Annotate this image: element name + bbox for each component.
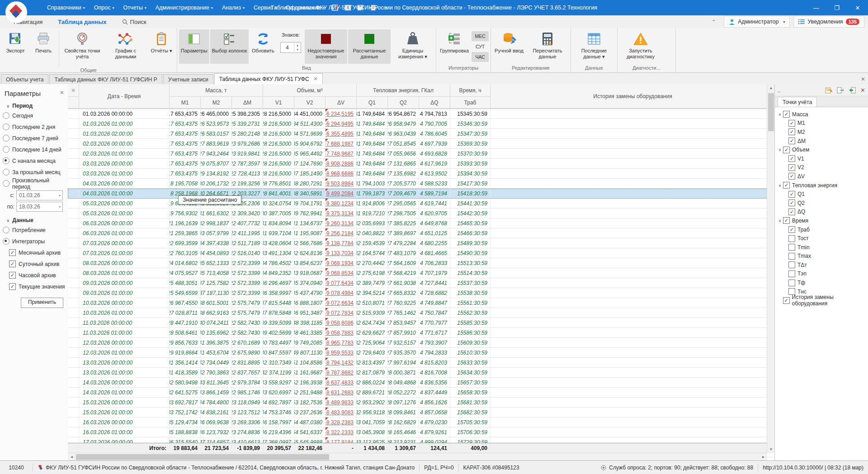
column-header-V1[interactable]: V1 <box>263 97 294 109</box>
excel-export-icon[interactable]: X <box>344 4 352 11</box>
table-row[interactable]: 15.03.2026 01:00:00533 752,1742544 838,2… <box>68 408 775 417</box>
tree-item-Q2[interactable]: ✓Q2 <box>777 199 868 208</box>
table-row[interactable]: 06.03.2026 01:00:00521 259,3865533 057,9… <box>68 228 775 238</box>
parameters-button[interactable]: Параметры <box>179 29 209 64</box>
menu-item-Администрирование[interactable]: Администрирование▾ <box>151 0 217 15</box>
column-header-Траб[interactable]: Траб <box>450 97 491 109</box>
scroll-down-icon[interactable]: ▼ <box>767 446 775 453</box>
table-row[interactable]: 10.03.2026 01:00:00527 028,8711538 662,9… <box>68 308 775 318</box>
more-options-button[interactable]: .. <box>778 87 781 94</box>
table-row[interactable]: 01.03.2026 02:00:00517 653,4375526 583,0… <box>68 129 775 139</box>
scroll-left-icon[interactable]: ◄ <box>68 453 75 461</box>
run-diagnostics-button[interactable]: Запустить диагностику <box>619 29 662 64</box>
column-group-header[interactable]: Объем, м³ <box>263 84 357 97</box>
radio-За прошлый месяц[interactable]: За прошлый месяц <box>3 166 68 178</box>
radio-Последние 2 дня[interactable]: Последние 2 дня <box>3 121 68 133</box>
table-row[interactable]: 09.03.2026 00:00:00525 488,3051537 125,7… <box>68 278 775 288</box>
doc-tab[interactable]: Объекты учета <box>1 74 48 84</box>
table-row[interactable]: 09.03.2026 01:00:00525 549,6599537 187,1… <box>68 288 775 298</box>
decoration-icon[interactable] <box>331 4 340 11</box>
checkbox-Текущие значения[interactable]: ✓Текущие значения <box>9 281 68 292</box>
units-button[interactable]: Единицы измерения ▾ <box>392 29 434 64</box>
tree-item-Тост[interactable]: Тост <box>777 234 868 243</box>
manual-input-button[interactable]: Ручной ввод <box>493 29 525 64</box>
table-row[interactable]: 01.03.2026 00:00:00517 653,4375526 465,0… <box>68 109 775 119</box>
column-header-ΔМ[interactable]: ΔМ <box>232 97 263 109</box>
parameters-close-icon[interactable]: ✕ <box>60 90 64 96</box>
menu-item-Сервис[interactable]: Сервис▾ <box>250 0 281 15</box>
table-row[interactable]: 10.03.2026 00:00:00526 967,4550538 601,5… <box>68 298 775 308</box>
table-row[interactable]: 03.03.2026 00:00:00517 653,4375529 075,8… <box>68 159 775 169</box>
doc-tab[interactable]: Таблица данных ФКУ ЛИУ-51 ГУФС✕ <box>214 73 323 84</box>
tabstrip-close-icon[interactable]: ✕ <box>861 76 865 82</box>
vertical-scrollbar[interactable]: ▲ ▼ <box>767 84 775 453</box>
table-row[interactable]: 13.03.2026 00:00:00531 356,1414542 734,0… <box>68 358 775 368</box>
table-row[interactable]: 05.03.2026 01:00:00519 756,9302531 661,6… <box>68 209 775 218</box>
table-row[interactable]: 03.03.2026 01:00:00517 653,4375529 134,8… <box>68 169 775 179</box>
table-row[interactable]: 08.03.2026 00:00:00524 014,6802535 652,1… <box>68 258 775 268</box>
doc-tab[interactable]: Учетные записи <box>163 74 213 84</box>
horizontal-scrollbar[interactable]: ◄ ► <box>68 453 767 461</box>
tree-item-Масса[interactable]: ∨✓Масса <box>777 110 868 119</box>
column-header-М1[interactable]: М1 <box>170 97 201 109</box>
edit-list-icon[interactable] <box>825 87 832 94</box>
refresh-button[interactable]: Обновить <box>250 29 277 64</box>
day-toggle[interactable]: СУТ <box>472 42 489 52</box>
radio-С начала месяца[interactable]: С начала месяца <box>3 155 68 166</box>
radio-Интеграторы[interactable]: Интеграторы <box>3 236 68 247</box>
chart-with-data-button[interactable]: График с данными <box>104 29 147 64</box>
doc-tab[interactable]: Таблица данных ФКУ ЛИУ-51 ГУФСИН Р <box>49 74 162 84</box>
checkbox-Суточный архив[interactable]: ✓Суточный архив <box>9 258 68 270</box>
table-row[interactable]: 14.03.2026 00:00:00532 580,9498543 811,3… <box>68 378 775 388</box>
vscroll-thumb[interactable] <box>768 93 774 131</box>
table-row[interactable]: 11.03.2026 01:00:00528 508,6461540 135,6… <box>68 328 775 338</box>
table-row[interactable]: 02.03.2026 00:00:00517 653,4375527 883,9… <box>68 139 775 149</box>
last-data-button[interactable]: Последние данные ▾ <box>573 29 615 64</box>
export-button[interactable]: Экспорт <box>2 29 29 64</box>
tree-item-Тепловая энергия[interactable]: ∨✓Тепловая энергия <box>777 181 868 190</box>
tree-item-Траб[interactable]: ✓Траб <box>777 225 868 234</box>
collapse-ribbon-icon[interactable]: ⌃ <box>707 19 720 25</box>
tree-item-ΔV[interactable]: ✓ΔV <box>777 172 868 181</box>
print-button[interactable]: Печать <box>30 29 57 64</box>
digits-spinner[interactable]: 4 ▲▼ <box>280 42 301 53</box>
checkbox-Часовой архив[interactable]: ✓Часовой архив <box>9 270 68 281</box>
tree-item-ТΔт[interactable]: ТΔт <box>777 261 868 270</box>
close-button[interactable]: ✕ <box>847 0 868 15</box>
radio-Произвольный период[interactable]: Произвольный период <box>3 178 68 189</box>
month-toggle[interactable]: МЕС <box>472 31 489 41</box>
column-header-М2[interactable]: М2 <box>201 97 232 109</box>
tree-item-Тmin[interactable]: Тmin <box>777 243 868 252</box>
data-section-header[interactable]: ∨Данные <box>6 217 68 223</box>
tree-item-V1[interactable]: ✓V1 <box>777 154 868 163</box>
grouping-button[interactable]: Группировка <box>438 29 471 64</box>
maximize-button[interactable]: ❐ <box>826 0 847 15</box>
tree-item-ΔМ[interactable]: ✓ΔМ <box>777 137 868 146</box>
hour-toggle[interactable]: ЧАС <box>472 52 489 62</box>
radio-Потребление[interactable]: Потребление <box>3 224 68 236</box>
tree-item-Тэп[interactable]: Тэп <box>777 270 868 279</box>
column-header-ΔV[interactable]: ΔV <box>326 97 357 109</box>
toolbar-more-icon[interactable]: ▾ <box>382 4 390 11</box>
table-row[interactable]: 02.03.2026 01:00:00517 653,4375527 943,2… <box>68 149 775 159</box>
ribbon-tab-Поиск[interactable]: Поиск <box>120 15 148 28</box>
table-row[interactable]: 04.03.2026 00:00:00518 195,7058530 206,1… <box>68 179 775 189</box>
unreliable-values-button[interactable]: Недостоверные значения <box>305 29 347 64</box>
user-menu-button[interactable]: Администратор▾ <box>724 16 790 28</box>
table-row[interactable]: 16.03.2026 00:00:00535 129,4734546 069,9… <box>68 417 775 427</box>
column-group-header[interactable]: Масса, т <box>170 84 263 97</box>
column-header-ΔQ[interactable]: ΔQ <box>419 97 450 109</box>
table-row[interactable]: 12.03.2026 01:00:00529 919,8664541 453,6… <box>68 348 775 358</box>
recalculate-button[interactable]: Пересчитать данные <box>526 29 569 64</box>
column-group-header[interactable]: Тепловая энергия, ГКал <box>357 84 450 97</box>
table-row[interactable]: 13.03.2026 01:00:00531 418,3589542 790,3… <box>68 368 775 378</box>
table-row[interactable]: 16.03.2026 01:00:00535 188,8838546 123,7… <box>68 427 775 437</box>
column-header-date[interactable]: Дата - Время <box>79 84 170 109</box>
point-properties-button[interactable]: Свойства точки учёта <box>61 29 104 64</box>
radio-Сегодня[interactable]: Сегодня <box>3 110 68 121</box>
date-to-combo[interactable]: 18.03.26▾ <box>16 202 63 212</box>
apply-button[interactable]: Применить <box>21 298 63 308</box>
menu-item-Опрос[interactable]: Опрос▾ <box>90 0 118 15</box>
period-section-header[interactable]: ∨Период <box>6 103 68 109</box>
radio-Последние 14 дней[interactable]: Последние 14 дней <box>3 144 68 155</box>
